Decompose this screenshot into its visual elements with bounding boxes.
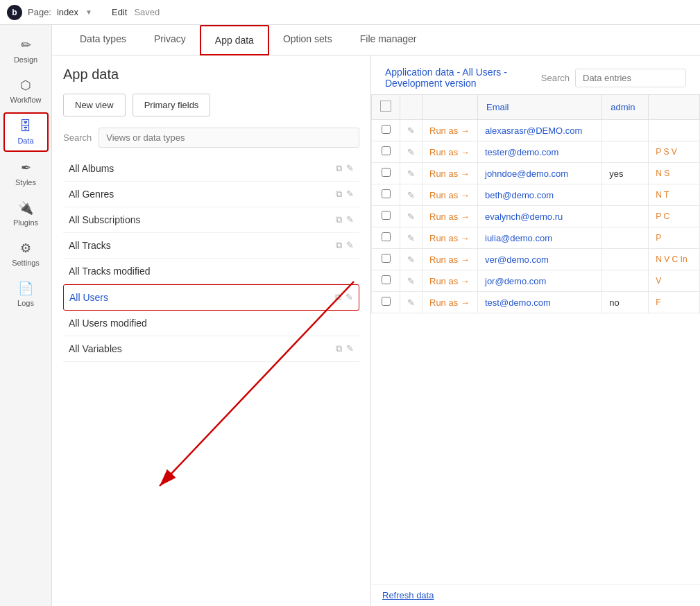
sidebar-item-logs[interactable]: 📄 Logs	[3, 275, 49, 313]
row-email-7: jor@demo.com	[478, 270, 602, 292]
th-checkbox[interactable]	[372, 95, 400, 120]
row-edit-6[interactable]: ✎	[400, 249, 422, 270]
new-view-button[interactable]: New view	[63, 94, 126, 116]
row-checkbox-8[interactable]	[372, 292, 400, 313]
row-edit-8[interactable]: ✎	[400, 292, 422, 313]
refresh-link[interactable]: Refresh data	[382, 590, 434, 600]
row-runas-2[interactable]: Run as →	[422, 163, 478, 184]
checkbox-input-4[interactable]	[382, 211, 391, 220]
tab-app-data[interactable]: App data	[200, 25, 269, 55]
row-checkbox-2[interactable]	[372, 163, 400, 184]
row-extra-3: N T	[649, 184, 700, 206]
row-edit-4[interactable]: ✎	[400, 206, 422, 227]
copy-icon-all-subscriptions[interactable]: ⧉	[336, 214, 342, 225]
copy-icon-all-tracks[interactable]: ⧉	[336, 240, 342, 251]
copy-icon-all-variables[interactable]: ⧉	[336, 343, 342, 354]
view-all-tracks[interactable]: All Tracks ⧉ ✎	[63, 233, 359, 259]
row-checkbox-4[interactable]	[372, 206, 400, 227]
tab-file-manager[interactable]: File manager	[346, 25, 431, 55]
content-title: App data	[63, 67, 119, 83]
row-runas-7[interactable]: Run as →	[422, 270, 478, 292]
copy-icon-all-users[interactable]: ⧉	[335, 292, 341, 303]
checkbox-input-5[interactable]	[382, 232, 391, 241]
edit-icon-all-users[interactable]: ✎	[345, 292, 353, 303]
row-checkbox-6[interactable]	[372, 249, 400, 270]
copy-icon-all-albums[interactable]: ⧉	[336, 163, 342, 174]
sidebar-item-styles[interactable]: ✒ Styles	[3, 155, 49, 192]
tab-option-sets[interactable]: Option sets	[269, 25, 346, 55]
sidebar-item-settings[interactable]: ⚙ Settings	[3, 235, 49, 272]
edit-icon-all-subscriptions[interactable]: ✎	[346, 214, 354, 225]
row-runas-1[interactable]: Run as →	[422, 141, 478, 163]
tab-privacy[interactable]: Privacy	[140, 25, 200, 55]
copy-icon-all-genres[interactable]: ⧉	[336, 189, 342, 200]
right-panel-header: Application data - All Users - Developme…	[371, 55, 700, 94]
view-actions-all-albums: ⧉ ✎	[336, 163, 354, 174]
row-email-5: iulia@demo.com	[478, 227, 602, 249]
sidebar-label-settings: Settings	[12, 259, 40, 267]
view-all-users-modified[interactable]: All Users modified	[63, 311, 359, 336]
primary-fields-button[interactable]: Primary fields	[133, 94, 211, 116]
checkbox-input-1[interactable]	[382, 146, 391, 155]
sidebar-item-plugins[interactable]: 🔌 Plugins	[3, 195, 49, 232]
view-all-genres[interactable]: All Genres ⧉ ✎	[63, 182, 359, 207]
row-checkbox-5[interactable]	[372, 227, 400, 249]
checkbox-input-2[interactable]	[382, 168, 391, 177]
row-checkbox-3[interactable]	[372, 184, 400, 206]
settings-icon: ⚙	[20, 241, 31, 256]
row-edit-3[interactable]: ✎	[400, 184, 422, 206]
view-name-all-users-modified: All Users modified	[69, 318, 354, 329]
view-all-subscriptions[interactable]: All Subscriptions ⧉ ✎	[63, 207, 359, 233]
row-edit-1[interactable]: ✎	[400, 141, 422, 163]
tab-data-types[interactable]: Data types	[66, 25, 140, 55]
row-runas-3[interactable]: Run as →	[422, 184, 478, 206]
edit-icon-all-tracks[interactable]: ✎	[346, 240, 354, 251]
row-checkbox-7[interactable]	[372, 270, 400, 292]
view-all-tracks-modified[interactable]: All Tracks modified	[63, 259, 359, 284]
page-dropdown-arrow[interactable]: ▼	[85, 8, 92, 16]
row-runas-0[interactable]: Run as →	[422, 120, 478, 141]
row-edit-5[interactable]: ✎	[400, 227, 422, 249]
edit-saved-area: Edit Saved	[112, 7, 160, 17]
view-all-albums[interactable]: All Albums ⧉ ✎	[63, 156, 359, 182]
edit-icon-all-variables[interactable]: ✎	[346, 343, 354, 354]
row-email-4: evalynch@demo.ru	[478, 206, 602, 227]
view-all-users[interactable]: All Users ⧉ ✎	[63, 284, 359, 311]
row-edit-7[interactable]: ✎	[400, 270, 422, 292]
view-actions-all-variables: ⧉ ✎	[336, 343, 354, 354]
styles-icon: ✒	[21, 160, 31, 175]
view-all-variables[interactable]: All Variables ⧉ ✎	[63, 336, 359, 362]
sidebar-item-design[interactable]: ✏ Design	[3, 32, 49, 69]
row-extra-7: V	[649, 270, 700, 292]
right-search-input[interactable]	[575, 69, 686, 87]
th-extra	[649, 95, 700, 120]
app-logo: b	[7, 5, 22, 20]
checkbox-input-7[interactable]	[382, 275, 391, 284]
views-search-input[interactable]	[99, 128, 359, 148]
edit-button[interactable]: Edit	[112, 7, 127, 17]
checkbox-input-8[interactable]	[382, 297, 391, 306]
row-runas-8[interactable]: Run as →	[422, 292, 478, 313]
plugins-icon: 🔌	[18, 200, 33, 216]
checkbox-input-0[interactable]	[382, 125, 391, 134]
row-edit-2[interactable]: ✎	[400, 163, 422, 184]
row-checkbox-0[interactable]	[372, 120, 400, 141]
table-row: ✎ Run as → jor@demo.com V	[372, 270, 700, 292]
row-runas-4[interactable]: Run as →	[422, 206, 478, 227]
checkbox-input-3[interactable]	[382, 189, 391, 198]
sidebar-item-workflow[interactable]: ⬡ Workflow	[3, 72, 49, 110]
sidebar-item-data[interactable]: 🗄 Data	[3, 112, 49, 152]
saved-status: Saved	[134, 7, 160, 17]
checkbox-input-6[interactable]	[382, 254, 391, 263]
sidebar: ✏ Design ⬡ Workflow 🗄 Data ✒ Styles 🔌 Pl…	[0, 25, 52, 606]
row-runas-6[interactable]: Run as →	[422, 249, 478, 270]
table-row: ✎ Run as → tester@demo.com P S V	[372, 141, 700, 163]
row-admin-8: no	[602, 292, 649, 313]
row-email-8: test@demo.com	[478, 292, 602, 313]
edit-icon-all-albums[interactable]: ✎	[346, 163, 354, 174]
edit-icon-all-genres[interactable]: ✎	[346, 189, 354, 200]
data-table: Email admin ✎ Run as → alexasrasr@DEMO.c…	[371, 94, 700, 584]
row-edit-0[interactable]: ✎	[400, 120, 422, 141]
row-checkbox-1[interactable]	[372, 141, 400, 163]
row-runas-5[interactable]: Run as →	[422, 227, 478, 249]
